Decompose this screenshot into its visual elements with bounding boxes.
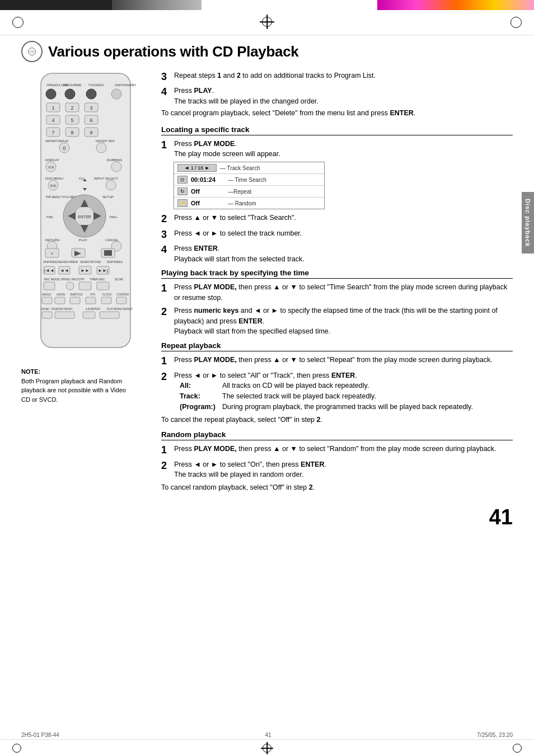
s2-step2-sub: Playback will start from the specified e… — [174, 326, 513, 337]
reg-mark-bottom-left — [12, 744, 21, 753]
s1-step4: 4 Press ENTER. Playback will start from … — [161, 243, 513, 265]
s3-cancel-text: To cancel the repeat playback, select "O… — [161, 415, 513, 425]
svg-rect-103 — [42, 312, 52, 318]
time-search-value: 00:01:24 — [191, 176, 224, 183]
svg-point-44 — [106, 180, 116, 190]
step-3-block: 3 Repeat steps 1 and 2 to add on additio… — [161, 71, 513, 83]
random-icon: ⚡ — [177, 199, 188, 207]
s3-all-text: All tracks on CD will be played back rep… — [222, 381, 473, 391]
svg-rect-93 — [42, 297, 52, 304]
svg-text:DISPLAY: DISPLAY — [45, 158, 59, 162]
section-time: Playing back track by specifying the tim… — [161, 269, 513, 337]
svg-text:SETUP: SETUP — [102, 195, 114, 199]
s3-step1-text: Press PLAY MODE, then press ▲ or ▼ to se… — [174, 355, 493, 365]
side-tab: Disc playback — [522, 192, 534, 253]
svg-rect-98 — [116, 297, 127, 304]
s4-step2-sub: The tracks will be played in random orde… — [174, 469, 326, 480]
svg-text:8: 8 — [71, 130, 73, 135]
page-number: 41 — [489, 505, 513, 529]
svg-point-31 — [96, 143, 106, 153]
footer: 2H5-01 P38-44 41 7/25/05, 23:20 — [0, 731, 534, 739]
cancel-program-text: To cancel program playback, select "Dele… — [161, 108, 513, 119]
svg-rect-85 — [79, 282, 91, 290]
svg-text:►►|: ►►| — [98, 268, 108, 273]
svg-text:1: 1 — [51, 105, 54, 111]
svg-point-6 — [65, 89, 75, 99]
s1-step1-num: 1 — [161, 139, 171, 152]
svg-text:REC/OTR: REC/OTR — [72, 278, 85, 281]
svg-text:DVD: DVD — [50, 184, 57, 187]
section-locating-title: Locating a specific track — [161, 125, 513, 135]
s3-track-label: Track: — [180, 391, 220, 402]
footer-center: 41 — [265, 732, 271, 738]
reg-mark-top-right — [510, 17, 522, 28]
step-4-content: Press PLAY. The tracks will be played in… — [174, 86, 318, 107]
svg-text:DUBBING: DUBBING — [107, 158, 123, 162]
svg-text:INSTANT REPLAY: INSTANT REPLAY — [45, 139, 69, 143]
svg-text:SEARCH/REW: SEARCH/REW — [59, 260, 78, 264]
step-4-sub: The tracks will be played in the changed… — [174, 96, 318, 107]
s3-step1-num: 1 — [161, 355, 171, 368]
s4-step1-num: 1 — [161, 444, 171, 457]
page-title-area: CD Various operations with CD Playback — [21, 41, 513, 62]
step-4-press: Press — [174, 87, 194, 95]
svg-rect-96 — [86, 297, 96, 304]
svg-text:◄◄: ◄◄ — [60, 268, 69, 273]
footer-right: 7/25/05, 23:20 — [477, 732, 513, 738]
svg-rect-95 — [70, 297, 80, 304]
s4-step2-content: Press ◄ or ► to select "On", then press … — [174, 459, 326, 481]
svg-text:ANGLE/: ANGLE/ — [42, 293, 51, 296]
s3-details: All: All tracks on CD will be played bac… — [180, 381, 473, 412]
s1-step3-text: Press ◄ or ► to select the track number. — [174, 228, 302, 239]
s4-step1-text: Press PLAY MODE, then press ▲ or ▼ to se… — [174, 444, 496, 454]
svg-text:|◄◄: |◄◄ — [44, 268, 54, 273]
section-time-title: Playing back track by specifying the tim… — [161, 269, 513, 279]
step-4-bold: PLAY — [194, 87, 212, 95]
s1-step1-content: Press PLAY MODE. The play mode screen wi… — [174, 139, 280, 160]
s3-step2-num: 2 — [161, 370, 171, 383]
s3-step2-content: Press ◄ or ► to select "All" or "Track",… — [174, 370, 473, 412]
s2-step1-text: Press PLAY MODE, then press ▲ or ▼ to se… — [174, 282, 513, 303]
s1-step4-content: Press ENTER. Playback will start from th… — [174, 243, 305, 265]
svg-text:TIMER REC: TIMER REC — [90, 278, 105, 281]
svg-text:COUNTER RESET: COUNTER RESET — [51, 308, 73, 311]
section-locating: Locating a specific track 1 Press PLAY M… — [161, 125, 513, 265]
svg-text:4: 4 — [51, 118, 54, 123]
s1-step2-text: Press ▲ or ▼ to select "Track Search". — [174, 213, 296, 223]
s1-step2-num: 2 — [161, 213, 171, 226]
svg-text:TRK+: TRK+ — [109, 215, 118, 219]
svg-text:SKIP/INDEX: SKIP/INDEX — [107, 260, 123, 264]
section-repeat: Repeat playback 1 Press PLAY MODE, then … — [161, 341, 513, 425]
s3-step1: 1 Press PLAY MODE, then press ▲ or ▼ to … — [161, 355, 513, 368]
svg-text:0: 0 — [63, 145, 65, 151]
svg-text:CLOCK/: CLOCK/ — [102, 293, 113, 296]
reg-mark-bottom-right — [513, 744, 522, 753]
footer-left: 2H5-01 P38-44 — [21, 732, 59, 738]
svg-rect-83 — [44, 282, 55, 290]
svg-text:AUDIO/: AUDIO/ — [57, 293, 65, 296]
svg-text:PLAY: PLAY — [79, 238, 87, 242]
section-random: Random playback 1 Press PLAY MODE, then … — [161, 430, 513, 493]
svg-text:SKIP/INDEX: SKIP/INDEX — [43, 260, 59, 264]
svg-text:INPUT SELECT: INPUT SELECT — [94, 177, 118, 180]
display-row-random: ⚡ Off — Random — [174, 198, 324, 209]
svg-rect-66 — [104, 250, 112, 256]
svg-text:DVD MENU: DVD MENU — [45, 177, 63, 180]
svg-text:7: 7 — [51, 130, 54, 135]
two-column-layout: OPEN/CLOSE PROG/BIBE TV/VIDEO ON/STANDBY… — [21, 71, 513, 499]
s4-cancel-text: To cancel random playback, select "Off" … — [161, 482, 513, 493]
svg-text:5: 5 — [71, 118, 73, 123]
svg-text:ON/STANDBY: ON/STANDBY — [115, 83, 137, 87]
section-random-title: Random playback — [161, 430, 513, 440]
section-repeat-title: Repeat playback — [161, 341, 513, 351]
svg-rect-104 — [55, 312, 74, 318]
svg-text:ENTER: ENTER — [78, 215, 91, 219]
svg-point-8 — [111, 89, 121, 99]
s3-all-label: All: — [180, 381, 220, 391]
svg-text:9: 9 — [90, 130, 92, 135]
svg-text:REC MODE/ SPEED: REC MODE/ SPEED — [44, 278, 71, 281]
svg-text:6: 6 — [90, 118, 92, 123]
svg-text:ATH: ATH — [90, 293, 95, 296]
repeat-value: Off — [191, 188, 224, 195]
display-row-repeat: ↻ Off —Repeat — [174, 186, 324, 198]
